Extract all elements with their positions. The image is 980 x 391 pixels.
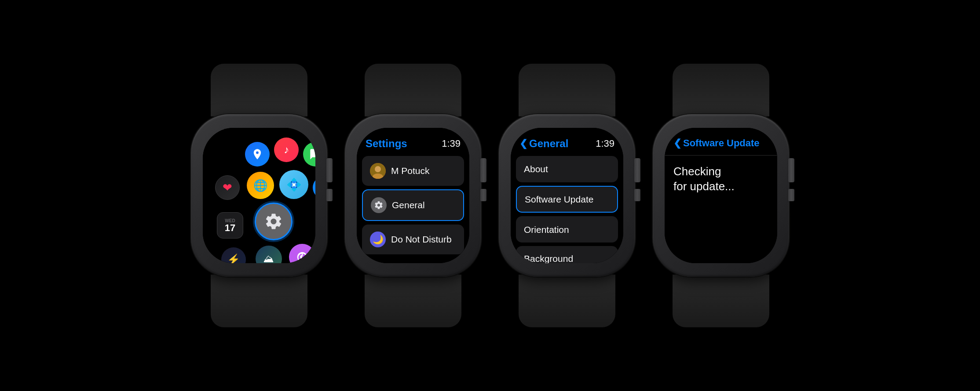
software-update-screen: ❮ Software Update Checking for update... xyxy=(665,128,777,263)
settings-time: 1:39 xyxy=(442,138,461,149)
update-status-text: Checking for update... xyxy=(673,165,735,193)
settings-title: Settings xyxy=(366,138,407,150)
svg-point-2 xyxy=(375,166,381,172)
back-chevron-icon[interactable]: ❮ xyxy=(519,138,527,149)
update-title: Software Update xyxy=(683,138,760,149)
general-time: 1:39 xyxy=(596,138,614,149)
app-grid: ♪ ❤ 🌐 💠 1 xyxy=(203,128,315,263)
software-update-label: Software Update xyxy=(525,194,593,205)
settings-header: Settings 1:39 xyxy=(357,128,469,156)
general-label: General xyxy=(392,199,425,210)
band-bottom-2 xyxy=(365,275,461,327)
potuck-label: M Potuck xyxy=(391,165,430,176)
list-item-general[interactable]: General xyxy=(362,189,464,221)
update-header: ❮ Software Update xyxy=(665,128,777,156)
health-icon[interactable]: ❤ xyxy=(215,175,240,200)
settings-icon[interactable] xyxy=(255,203,293,240)
crown-2 xyxy=(480,158,486,182)
list-item-orientation[interactable]: Orientation xyxy=(516,216,618,243)
side-button-2 xyxy=(480,189,486,201)
band-top-4 xyxy=(673,64,769,116)
side-button-1 xyxy=(326,189,333,201)
general-title: General xyxy=(529,138,568,150)
list-item-software-update[interactable]: Software Update xyxy=(516,186,618,213)
general-list: About Software Update Orientation Backgr… xyxy=(511,156,623,263)
date-icon[interactable]: Wed 17 xyxy=(217,212,243,239)
general-header: ❮ General 1:39 xyxy=(511,128,623,156)
watch-case-1: ♪ ❤ 🌐 💠 1 xyxy=(191,114,327,277)
about-label: About xyxy=(524,163,548,174)
watch-3: ❮ General 1:39 About Software Update xyxy=(499,64,635,327)
band-bottom-1 xyxy=(211,275,307,327)
dawn-icon[interactable]: ⛰ xyxy=(256,246,282,263)
watch-screen-4: ❮ Software Update Checking for update... xyxy=(665,128,777,263)
onepassword-icon[interactable]: 1 xyxy=(313,176,315,199)
watch-1: ♪ ❤ 🌐 💠 1 xyxy=(191,64,327,327)
orientation-label: Orientation xyxy=(524,224,569,235)
crown-1 xyxy=(326,158,333,182)
update-back-icon[interactable]: ❮ xyxy=(673,138,681,149)
maps-icon[interactable] xyxy=(245,142,270,167)
gear-icon xyxy=(371,197,387,213)
globe-icon[interactable]: 🌐 xyxy=(247,172,274,199)
watch-screen-3: ❮ General 1:39 About Software Update xyxy=(511,128,623,263)
messages-icon[interactable] xyxy=(303,142,315,167)
band-top-1 xyxy=(211,64,307,116)
list-item-bg-refresh[interactable]: Background App Refresh xyxy=(516,246,618,263)
crown-3 xyxy=(634,158,640,182)
overcast-icon[interactable]: ⚡ xyxy=(221,247,246,263)
general-screen: ❮ General 1:39 About Software Update xyxy=(511,128,623,263)
list-item-about[interactable]: About xyxy=(516,156,618,182)
side-button-3 xyxy=(634,189,640,201)
side-button-4 xyxy=(788,189,794,201)
band-bottom-3 xyxy=(519,275,615,327)
watch-screen-2: Settings 1:39 M Potuck xyxy=(357,128,469,263)
dnd-label: Do Not Disturb xyxy=(391,234,452,245)
watch-screen-1: ♪ ❤ 🌐 💠 1 xyxy=(203,128,315,263)
general-title-group: ❮ General xyxy=(519,138,568,150)
podcasts-icon[interactable] xyxy=(289,244,315,263)
band-top-3 xyxy=(519,64,615,116)
band-bottom-4 xyxy=(673,275,769,327)
update-title-group: ❮ Software Update xyxy=(673,138,768,149)
watch-case-4: ❮ Software Update Checking for update... xyxy=(653,114,789,277)
watch-case-3: ❮ General 1:39 About Software Update xyxy=(499,114,635,277)
bg-refresh-label: Background App Refresh xyxy=(524,253,575,263)
music-icon[interactable]: ♪ xyxy=(274,138,299,162)
watch-case-2: Settings 1:39 M Potuck xyxy=(345,114,481,277)
watch-4: ❮ Software Update Checking for update... xyxy=(653,64,789,327)
avatar xyxy=(370,163,386,179)
crown-4 xyxy=(788,158,794,182)
update-content: Checking for update... xyxy=(665,156,777,203)
dnd-icon: 🌙 xyxy=(370,232,386,247)
watch-2: Settings 1:39 M Potuck xyxy=(345,64,481,327)
band-top-2 xyxy=(365,64,461,116)
settings-list: M Potuck General 🌙 Do Not Di xyxy=(357,156,469,254)
list-item-potuck[interactable]: M Potuck xyxy=(362,156,464,186)
settings-screen: Settings 1:39 M Potuck xyxy=(357,128,469,263)
list-item-dnd[interactable]: 🌙 Do Not Disturb xyxy=(362,224,464,254)
svg-point-0 xyxy=(256,152,259,154)
breathe-icon[interactable]: 💠 xyxy=(279,170,308,199)
